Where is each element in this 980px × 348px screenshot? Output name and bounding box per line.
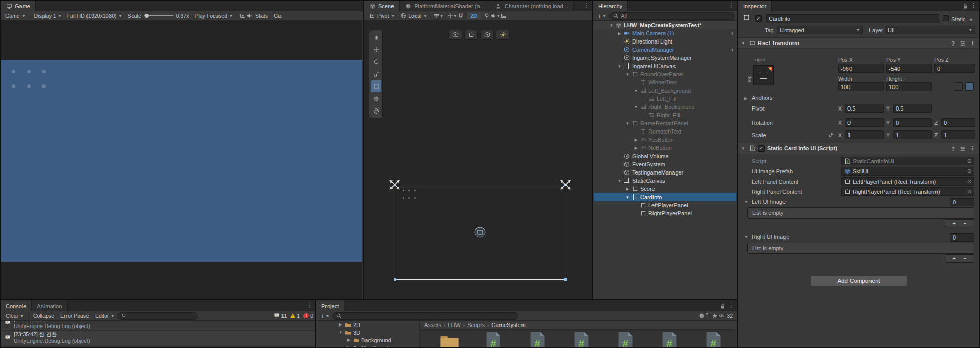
hierarchy-item-right-fill[interactable]: Right_Fill — [594, 111, 736, 119]
left-ui-image-foldout[interactable]: Left UI Image — [752, 199, 786, 205]
foldout-arrow[interactable]: ▼ — [633, 105, 639, 110]
hierarchy-item-right-background[interactable]: ▼Right_Background — [594, 103, 736, 111]
object-field-script[interactable]: #StaticCardInfoUI⊙ — [841, 157, 974, 165]
custom-tool-button[interactable] — [369, 105, 382, 117]
search-by-label-icon[interactable] — [705, 313, 711, 319]
pos-z-field[interactable]: 0 — [934, 64, 975, 73]
error-count-badge[interactable]: !0 — [302, 313, 313, 319]
center-pivot-gizmo[interactable] — [473, 226, 487, 239]
object-name-field[interactable]: CardInfo — [766, 14, 939, 23]
project-file-script[interactable]: # — [482, 331, 505, 347]
game-target-dropdown[interactable]: Game▼ — [3, 12, 28, 19]
scale-tool-button[interactable] — [369, 68, 382, 80]
scale-slider[interactable]: Scale 0.37x — [127, 13, 189, 19]
console-log-entry[interactable]: ![23:35:42] 씬 전환UnityEngine.Debug:Log (o… — [1, 331, 315, 345]
object-picker-icon[interactable]: ⊙ — [966, 178, 973, 185]
resolution-dropdown[interactable]: Full HD (1920x1080)▼ — [64, 12, 125, 19]
hierarchy-item-directional-light[interactable]: Directional Light — [594, 37, 736, 46]
kebab-menu-icon[interactable]: ⋮ — [728, 302, 734, 308]
kebab-menu-icon[interactable]: ⋮ — [583, 2, 590, 8]
scene-audio-icon[interactable] — [490, 13, 497, 19]
breadcrumb-item-lhw[interactable]: LHW — [448, 322, 460, 328]
stats-button[interactable]: Stats — [252, 12, 271, 19]
project-file-script[interactable]: # — [614, 331, 637, 347]
breadcrumb-item-assets[interactable]: Assets — [424, 322, 441, 328]
foldout-arrow[interactable]: ▼ — [624, 195, 631, 200]
capture-icon[interactable] — [239, 13, 246, 19]
project-file-script[interactable]: # — [570, 331, 593, 347]
script-component-header[interactable]: ▼ # ✓ Static Card Info UI (Script) ? ⋮ — [738, 143, 979, 154]
hierarchy-item-cameramanager[interactable]: CameraManager› — [594, 46, 736, 54]
anchor-preset-button[interactable] — [753, 65, 774, 85]
remove-list-item-button[interactable]: − — [963, 255, 966, 262]
rotation-x-field[interactable]: 0 — [845, 118, 884, 127]
project-folder-2d[interactable]: ▶2D — [317, 321, 419, 329]
hierarchy-item-global-volume[interactable]: Global Volume — [594, 152, 736, 160]
corner-rotate-gizmo[interactable] — [387, 178, 402, 192]
hierarchy-item-left-fill[interactable]: Left_Fill — [594, 95, 736, 103]
overlay-button-2[interactable] — [464, 30, 478, 40]
create-asset-button[interactable]: +▼ — [318, 312, 332, 320]
project-file-script[interactable]: # — [658, 331, 681, 347]
right-ui-image-count-field[interactable]: 0 — [950, 233, 974, 242]
foldout-arrow[interactable]: ▼ — [337, 330, 344, 335]
rect-handle[interactable] — [564, 278, 567, 281]
tab-inspector[interactable]: Inspector — [738, 1, 772, 11]
hierarchy-item-score[interactable]: ▶Score — [594, 185, 736, 193]
pos-y-field[interactable]: -540 — [886, 64, 932, 73]
hidden-items-eye-icon[interactable] — [718, 313, 725, 319]
project-file-script[interactable]: # — [526, 331, 549, 347]
search-by-type-icon[interactable] — [698, 313, 705, 319]
anchors-foldout[interactable]: Anchors — [752, 95, 772, 101]
overlay-button-3[interactable] — [480, 30, 494, 40]
add-list-item-button[interactable]: + — [952, 220, 955, 226]
active-checkbox[interactable]: ✓ — [755, 15, 762, 22]
console-log-entry[interactable]: ![23:35:36] LeftUnityEngine.Debug:Log (o… — [1, 321, 315, 331]
object-field-ui-image-prefab[interactable]: SkillUI⊙ — [841, 167, 974, 176]
scale-slider-track[interactable] — [144, 15, 173, 16]
add-component-button[interactable]: Add Component — [810, 275, 907, 286]
foldout-arrow[interactable]: ▼ — [624, 121, 631, 126]
mute-audio-icon[interactable] — [246, 13, 252, 19]
presets-icon[interactable] — [959, 145, 966, 152]
foldout-arrow[interactable]: ▼ — [744, 235, 749, 240]
hierarchy-item-rightplayerpanel[interactable]: RightPlayerPanel — [594, 209, 736, 217]
tag-dropdown[interactable]: Untagged▼ — [777, 26, 863, 34]
foldout-arrow[interactable]: ▼ — [744, 200, 749, 204]
lock-icon[interactable] — [719, 302, 726, 309]
scene-lighting-icon[interactable] — [484, 13, 490, 19]
clear-button[interactable]: Clear▼ — [3, 312, 27, 319]
hierarchy-item-testingamemanager[interactable]: TestIngameManager — [594, 168, 736, 177]
hierarchy-item-ingamesystemmanager[interactable]: IngameSystemManager — [594, 54, 736, 62]
raw-edit-mode-button[interactable] — [965, 82, 974, 91]
pos-x-field[interactable]: -960 — [838, 64, 884, 73]
view-tool-button[interactable] — [369, 31, 382, 43]
hierarchy-item-lhw-mapcreate5ystemtest[interactable]: ▼LHW_MapCreate5ystemTest* — [594, 21, 736, 29]
pivot-toggle[interactable]: Pivot▼ — [366, 12, 397, 20]
kebab-menu-icon[interactable]: ⋮ — [971, 2, 977, 8]
foldout-arrow[interactable]: ▶ — [345, 338, 352, 342]
breadcrumb-item-scripts[interactable]: Scripts — [467, 322, 485, 328]
right-ui-image-foldout[interactable]: Right UI Image — [752, 234, 789, 240]
hierarchy-item-nobutton[interactable]: ▶NoButton — [594, 144, 736, 152]
breadcrumb-item-gamesystem[interactable]: GameSystem — [491, 322, 526, 328]
tab-game[interactable]: Game — [1, 1, 36, 11]
hierarchy-item-cardinfo[interactable]: ▼CardInfo — [594, 193, 736, 201]
foldout-arrow[interactable]: ▶ — [616, 31, 623, 36]
scale-slider-knob[interactable] — [145, 14, 149, 18]
overlay-button-1[interactable] — [448, 30, 462, 40]
console-search-input[interactable] — [117, 312, 198, 320]
foldout-arrow[interactable]: ▼ — [616, 64, 623, 69]
foldout-arrow[interactable]: ▼ — [741, 41, 746, 46]
overlay-button-4[interactable] — [496, 30, 510, 40]
info-count-badge[interactable]: !11 — [273, 313, 287, 319]
scale-link-icon[interactable] — [827, 131, 834, 138]
pivot-y-field[interactable]: 0.5 — [893, 104, 932, 113]
play-focused-dropdown[interactable]: Play Focused▼ — [192, 12, 235, 19]
foldout-arrow[interactable]: ▼ — [741, 146, 746, 151]
rect-tool-button[interactable] — [371, 80, 381, 92]
left-ui-image-count-field[interactable]: 0 — [950, 198, 974, 206]
corner-rotate-gizmo[interactable] — [558, 178, 573, 192]
prefab-open-chevron[interactable]: › — [731, 47, 733, 53]
tab-character[interactable]: Character (nothing load... — [490, 1, 574, 11]
